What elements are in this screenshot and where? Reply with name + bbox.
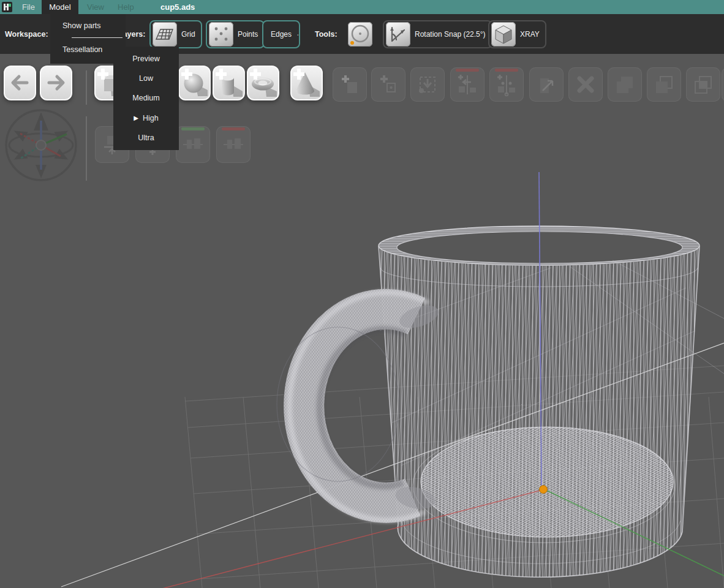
menu-file[interactable]: File — [16, 0, 41, 14]
submenu-item-preview[interactable]: Preview — [113, 50, 179, 68]
bool-intersect-icon — [691, 72, 715, 97]
delete-button-disabled — [568, 67, 603, 102]
plus-icon — [179, 67, 194, 81]
add-cylinder-button[interactable] — [213, 66, 245, 100]
points-icon — [209, 22, 233, 47]
menu-help[interactable]: Help — [111, 0, 140, 14]
orb-separator — [86, 116, 87, 181]
split-center-button-disabled — [489, 67, 524, 102]
layout-green-button-disabled — [176, 126, 210, 163]
split-left-icon — [455, 72, 480, 97]
toolbar-separator — [86, 70, 87, 105]
green-accent-bar — [181, 127, 205, 130]
tools-label: Tools: — [315, 14, 337, 54]
arrow-right-icon — [41, 67, 71, 99]
submenu-item-low[interactable]: Low — [113, 69, 179, 88]
toolbar-dot-separator: · — [296, 14, 300, 54]
plus-icon — [292, 67, 306, 81]
add-sphere-button[interactable] — [178, 66, 211, 100]
plus-icon — [248, 67, 263, 81]
rotation-snap-icon — [386, 22, 410, 47]
layout-red-icon — [221, 132, 246, 157]
layer-edges-button[interactable]: Edges — [262, 20, 300, 48]
app-logo-icon — [2, 2, 12, 12]
layer-points-label: Points — [238, 30, 258, 39]
circle-tool-icon — [348, 22, 372, 47]
duplicate-small-icon — [376, 72, 401, 97]
split-center-icon — [494, 72, 519, 97]
split-left-button-disabled — [450, 67, 485, 102]
bool-subtract-icon — [652, 72, 676, 97]
tessellation-label: Tessellation — [62, 45, 102, 54]
layer-points-button[interactable]: Points — [206, 20, 265, 48]
xray-button[interactable]: XRAY — [488, 20, 546, 48]
menu-item-show-parts[interactable]: Show parts — [50, 14, 126, 37]
undo-button[interactable] — [4, 66, 36, 100]
xray-cube-icon — [491, 22, 516, 47]
move-out-icon — [534, 72, 559, 97]
boolean-intersect-button-disabled — [686, 67, 720, 102]
layer-grid-label: Grid — [181, 30, 195, 39]
bool-union-icon — [613, 72, 637, 97]
menu-model[interactable]: Model — [42, 0, 78, 14]
duplicate-icon — [337, 72, 362, 97]
rotation-snap-label: Rotation Snap (22.5°) — [415, 30, 486, 39]
layout-green-icon — [181, 132, 205, 157]
app-window: { "colors": { "accent_teal": "#4d8e88", … — [0, 0, 724, 588]
layer-grid-button[interactable]: Grid — [149, 20, 202, 48]
delete-x-icon — [573, 72, 598, 97]
view-orb[interactable] — [3, 107, 80, 184]
boolean-subtract-button-disabled — [647, 67, 681, 102]
grid-plane-icon — [153, 22, 177, 47]
circle-tool-button[interactable] — [348, 22, 372, 47]
plus-icon — [96, 67, 110, 81]
duplicate-button-disabled — [333, 67, 367, 102]
workspace-label: Workspace: — [5, 14, 48, 54]
document-title: cup5.ads — [160, 0, 195, 14]
rotation-snap-button[interactable]: Rotation Snap (22.5°) — [383, 20, 492, 48]
arrow-left-icon — [5, 67, 35, 99]
duplicate-small-button-disabled — [371, 67, 405, 102]
layout-red-button-disabled — [216, 126, 251, 163]
import-drop-button-disabled — [410, 67, 445, 102]
red-accent-bar — [456, 69, 479, 72]
xray-label: XRAY — [520, 30, 540, 39]
plus-icon — [214, 67, 228, 81]
mug-cylinder-wireframe — [379, 226, 724, 577]
partial-button-disabled — [722, 67, 724, 102]
submenu-item-high[interactable]: ▶ High — [113, 109, 179, 127]
red-accent-bar — [495, 69, 518, 72]
import-drop-icon — [415, 72, 440, 97]
move-out-button-disabled — [529, 67, 564, 102]
submenu-item-medium[interactable]: Medium — [113, 89, 179, 107]
redo-button[interactable] — [40, 66, 72, 100]
red-accent-bar — [222, 127, 245, 130]
selected-marker-icon: ▶ — [134, 115, 138, 121]
submenu-item-ultra[interactable]: Ultra — [113, 129, 179, 147]
layer-edges-label: Edges — [271, 30, 292, 39]
origin-marker — [540, 486, 548, 494]
submenu-item-high-label: High — [143, 114, 159, 123]
add-cone-button[interactable] — [290, 66, 323, 100]
boolean-union-button-disabled — [608, 67, 642, 102]
add-torus-button[interactable] — [247, 66, 279, 100]
menubar: File Model View Help cup5.ads — [0, 0, 724, 14]
menu-view[interactable]: View — [81, 0, 110, 14]
tessellation-submenu: Preview Low Medium ▶ High Ultra — [113, 47, 179, 150]
